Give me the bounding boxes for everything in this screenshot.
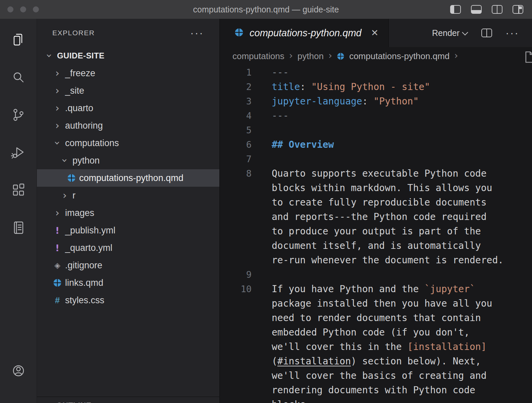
- code-row[interactable]: blocks within markdown. This allows you: [220, 181, 532, 195]
- code-row[interactable]: blocks.: [220, 397, 532, 403]
- code-row[interactable]: package installed then you have all you: [220, 296, 532, 311]
- split-editor-icon[interactable]: [481, 29, 492, 37]
- code-row[interactable]: re-run whenever the document is rendered…: [220, 253, 532, 267]
- tree-item-label: _quarto.yml: [65, 243, 112, 253]
- customize-layout-icon[interactable]: [513, 5, 523, 14]
- outline-section-header[interactable]: › OUTLINE: [37, 397, 219, 403]
- explorer-activity-button[interactable]: [0, 21, 37, 58]
- code-line: document itself, and is automatically: [252, 238, 481, 253]
- code-row[interactable]: we'll cover the basics of creating and: [220, 368, 532, 383]
- tree-item-computations[interactable]: ›computations: [37, 134, 219, 152]
- yml-file-icon: !: [52, 225, 63, 236]
- tree-item-gitignore[interactable]: ◈.gitignore: [37, 257, 219, 274]
- tree-item-links-qmd[interactable]: links.qmd: [37, 274, 219, 292]
- run-and-debug-icon: [11, 145, 26, 160]
- tree-item-quarto[interactable]: ›.quarto: [37, 99, 219, 117]
- code-line: title: "Using Python - site": [252, 80, 430, 94]
- chevron-down-icon: [462, 29, 468, 35]
- tree-item-python[interactable]: ›python: [37, 152, 219, 169]
- tree-item-quarto-yml[interactable]: !_quarto.yml: [37, 239, 219, 257]
- tree-item-freeze[interactable]: ›_freeze: [37, 64, 219, 82]
- code-row[interactable]: and reports---the Python code required: [220, 210, 532, 224]
- tree-item-styles-css[interactable]: #styles.css: [37, 292, 219, 309]
- code-row[interactable]: 2title: "Using Python - site": [220, 80, 532, 94]
- breadcrumb-file[interactable]: computations-python.qmd: [349, 51, 449, 61]
- line-number: 2: [220, 80, 252, 94]
- tree-item-site[interactable]: ›_site: [37, 82, 219, 99]
- code-line: jupyter-language: "Python": [252, 94, 419, 108]
- quarto-file-icon: [66, 174, 77, 182]
- code-row[interactable]: need to render documents that contain: [220, 311, 532, 325]
- code-row[interactable]: 4---: [220, 108, 532, 123]
- code-row[interactable]: to create fully reproducible documents: [220, 195, 532, 210]
- tree-item-label: _freeze: [65, 68, 95, 79]
- code-row[interactable]: 8Quarto supports executable Python code: [220, 166, 532, 181]
- account-button[interactable]: [0, 352, 37, 390]
- notebook-icon: [11, 220, 26, 235]
- code-row[interactable]: we'll cover this in the [installation]: [220, 340, 532, 354]
- outline-label: OUTLINE: [56, 401, 91, 403]
- chevron-right-icon: ›: [289, 50, 293, 61]
- explorer-more-actions-icon[interactable]: ···: [190, 28, 204, 38]
- run-debug-activity-button[interactable]: [0, 134, 37, 171]
- code-row[interactable]: 7: [220, 152, 532, 166]
- render-button[interactable]: Render: [432, 28, 468, 38]
- toggle-secondary-sidebar-icon[interactable]: [492, 5, 502, 14]
- line-number: 9: [220, 267, 252, 282]
- explorer-title: EXPLORER: [52, 29, 95, 37]
- quarto-file-icon: [234, 28, 244, 38]
- close-tab-icon[interactable]: ✕: [371, 28, 379, 38]
- code-row[interactable]: 9: [220, 267, 532, 282]
- tree-item-publish-yml[interactable]: !_publish.yml: [37, 222, 219, 239]
- explorer-sidebar: EXPLORER ··· ›GUIDE-SITE›_freeze›_site›.…: [37, 19, 220, 403]
- code-row[interactable]: document itself, and is automatically: [220, 238, 532, 253]
- breadcrumb-python[interactable]: python: [298, 51, 324, 61]
- tree-item-authoring[interactable]: ›authoring: [37, 117, 219, 134]
- code-row[interactable]: 6## Overview: [220, 137, 532, 152]
- toggle-sidebar-icon[interactable]: [450, 5, 461, 14]
- code-row[interactable]: 10If you have Python and the `jupyter`: [220, 282, 532, 296]
- search-activity-button[interactable]: [0, 58, 37, 96]
- code-row[interactable]: 3jupyter-language: "Python": [220, 94, 532, 108]
- tree-item-images[interactable]: ›images: [37, 204, 219, 222]
- close-window-button[interactable]: [7, 6, 13, 12]
- line-number: 8: [220, 166, 252, 181]
- code-line: and reports---the Python code required: [252, 210, 487, 224]
- chevron-right-icon: ›: [52, 86, 63, 96]
- code-line: need to render documents that contain: [252, 311, 481, 325]
- code-row[interactable]: (#installation) section below). Next,: [220, 354, 532, 368]
- tree-item-guide-site[interactable]: ›GUIDE-SITE: [37, 47, 219, 64]
- extensions-activity-button[interactable]: [0, 171, 37, 209]
- zoom-window-button[interactable]: [33, 6, 39, 12]
- code-row[interactable]: 5: [220, 123, 532, 137]
- breadcrumb-computations[interactable]: computations: [232, 51, 284, 61]
- code-line: ## Overview: [252, 137, 334, 152]
- more-actions-icon[interactable]: ···: [506, 28, 519, 38]
- line-number: [220, 383, 252, 397]
- tab-computations-python-qmd[interactable]: computations-python.qmd ✕: [220, 19, 389, 47]
- line-number: [220, 325, 252, 340]
- render-label: Render: [432, 28, 460, 38]
- code-line: to produce your output is part of the: [252, 224, 481, 238]
- code-row[interactable]: 1---: [220, 65, 532, 80]
- chevron-right-icon: ›: [454, 50, 458, 61]
- code-row[interactable]: to produce your output is part of the: [220, 224, 532, 238]
- code-editor[interactable]: 1---2title: "Using Python - site"3jupyte…: [220, 65, 532, 403]
- toggle-panel-icon[interactable]: [471, 5, 482, 14]
- line-number: [220, 253, 252, 267]
- code-row[interactable]: rendering documents with Python code: [220, 383, 532, 397]
- symbol-file-icon: [524, 51, 532, 65]
- source-control-activity-button[interactable]: [0, 96, 37, 134]
- chevron-right-icon: ›: [52, 208, 63, 218]
- code-line: package installed then you have all you: [252, 296, 492, 311]
- tree-item-computations-python-qmd[interactable]: computations-python.qmd: [37, 169, 219, 187]
- code-row[interactable]: embedded Python code (if you don't,: [220, 325, 532, 340]
- code-line: embedded Python code (if you don't,: [252, 325, 470, 340]
- titlebar-layout-controls: [450, 0, 523, 19]
- minimize-window-button[interactable]: [20, 6, 26, 12]
- tree-item-label: GUIDE-SITE: [57, 51, 104, 60]
- tree-item-r[interactable]: ›r: [37, 187, 219, 204]
- line-number: 5: [220, 123, 252, 137]
- tab-bar: computations-python.qmd ✕ Render ···: [220, 19, 532, 47]
- notebook-activity-button[interactable]: [0, 209, 37, 247]
